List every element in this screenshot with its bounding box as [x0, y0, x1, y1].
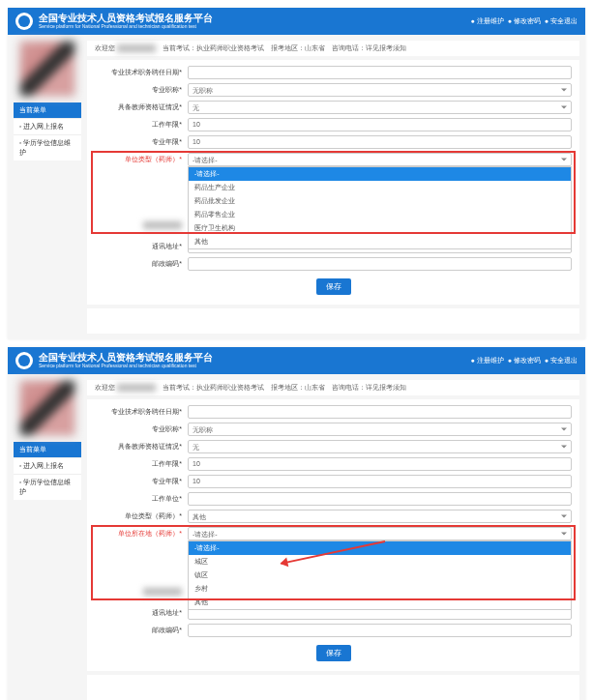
- form-panel-2: 专业技术职务聘任日期* 专业职称* 无职称 具备教师资格证情况* 无 工作年限*…: [87, 399, 579, 671]
- row-major-years: 专业年限* 10: [95, 135, 572, 149]
- link-profile-2[interactable]: ● 注册维护: [470, 356, 503, 365]
- link-password[interactable]: ● 修改密码: [508, 16, 541, 26]
- avatar-2: [19, 380, 75, 436]
- app-window-2: 全国专业技术人员资格考试报名服务平台 Service platform for …: [8, 347, 585, 700]
- sidebar-heading: 当前菜单: [14, 102, 81, 118]
- input-zipcode-2[interactable]: [188, 624, 572, 637]
- sidebar-menu-2: 当前菜单 ◦ 进入网上报名 ◦ 学历学位信息维护: [14, 442, 81, 500]
- footer-stripe-2: [87, 675, 579, 700]
- footer-stripe: [87, 308, 579, 334]
- save-button-2[interactable]: 保存: [316, 645, 351, 661]
- form-panel: 专业技术职务聘任日期* 专业职称* 无职称 具备教师资格证情况* 无 工作年限*…: [87, 60, 579, 305]
- input-work-years[interactable]: 10: [188, 118, 572, 131]
- app-title: 全国专业技术人员资格考试报名服务平台: [39, 14, 470, 23]
- input-zipcode[interactable]: [188, 257, 572, 271]
- header: 全国专业技术人员资格考试报名服务平台 Service platform for …: [8, 8, 585, 35]
- dropdown-unit-location: -请选择- 城区 镇区 乡村 其他: [188, 540, 572, 610]
- logo-icon: [15, 13, 33, 30]
- body: 当前菜单 ◦ 进入网上报名 ◦ 学历学位信息维护 欢迎您 当前考试：执业药师职业…: [8, 35, 585, 339]
- app-window-1: 全国专业技术人员资格考试报名服务平台 Service platform for …: [8, 8, 585, 339]
- dropdown-unit-type: -请选择- 药品生产企业 药品批发企业 药品零售企业 医疗卫生机构 其他: [188, 166, 572, 249]
- row-pro-title: 专业职称* 无职称: [95, 83, 572, 97]
- input-title-date-2[interactable]: [188, 405, 572, 419]
- opt-other[interactable]: 其他: [189, 235, 571, 248]
- breadcrumb: 欢迎您 当前考试：执业药师职业资格考试 报考地区：山东省 咨询电话：详见报考须知: [87, 41, 579, 56]
- sidebar: 当前菜单 ◦ 进入网上报名 ◦ 学历学位信息维护: [14, 41, 81, 160]
- sidebar-2: 当前菜单 ◦ 进入网上报名 ◦ 学历学位信息维护: [14, 380, 81, 500]
- main: 欢迎您 当前考试：执业药师职业资格考试 报考地区：山东省 咨询电话：详见报考须知…: [87, 41, 579, 334]
- save-button[interactable]: 保存: [316, 278, 351, 295]
- header-title-wrap: 全国专业技术人员资格考试报名服务平台 Service platform for …: [39, 14, 470, 29]
- logo-icon-2: [15, 352, 33, 369]
- select-pro-title[interactable]: 无职称: [188, 83, 572, 97]
- sidebar-item-signup-2[interactable]: ◦ 进入网上报名: [14, 457, 81, 474]
- opt-loc-town[interactable]: 镇区: [189, 569, 571, 582]
- select-unit-location[interactable]: -请选择-: [188, 527, 572, 540]
- header-2: 全国专业技术人员资格考试报名服务平台 Service platform for …: [8, 347, 585, 374]
- select-pro-title-2[interactable]: 无职称: [188, 423, 572, 436]
- select-teacher-cert[interactable]: 无: [188, 101, 572, 114]
- select-unit-type-2[interactable]: 其他: [188, 510, 572, 523]
- sidebar-item-edu[interactable]: ◦ 学历学位信息维护: [14, 134, 81, 160]
- header-links: ● 注册维护 ● 修改密码 ● 安全退出: [470, 16, 578, 26]
- input-work-years-2[interactable]: 10: [188, 457, 572, 471]
- avatar: [19, 41, 75, 97]
- row-title-date: 专业技术职务聘任日期*: [95, 66, 572, 79]
- opt-please-select[interactable]: -请选择-: [189, 167, 571, 181]
- opt-loc-city[interactable]: 城区: [189, 555, 571, 569]
- breadcrumb-2: 欢迎您 当前考试：执业药师职业资格考试 报考地区：山东省 咨询电话：详见报考须知: [87, 380, 579, 395]
- select-teacher-cert-2[interactable]: 无: [188, 440, 572, 453]
- link-password-2[interactable]: ● 修改密码: [508, 356, 541, 365]
- select-unit-type[interactable]: -请选择-: [188, 153, 572, 166]
- opt-wholesale[interactable]: 药品批发企业: [189, 194, 571, 208]
- link-logout[interactable]: ● 安全退出: [545, 16, 578, 26]
- row-work-years: 工作年限* 10: [95, 118, 572, 131]
- input-title-date[interactable]: [188, 66, 572, 79]
- sidebar-item-signup[interactable]: ◦ 进入网上报名: [14, 118, 81, 134]
- opt-produce[interactable]: 药品生产企业: [189, 181, 571, 194]
- input-major-years-2[interactable]: 10: [188, 475, 572, 488]
- input-work-unit-2[interactable]: [188, 492, 572, 506]
- row-unit-location: 单位所在地（药师）* -请选择- -请选择- 城区 镇区 乡村 其他: [95, 527, 572, 540]
- link-logout-2[interactable]: ● 安全退出: [545, 356, 578, 365]
- row-zipcode: 邮政编码*: [95, 257, 572, 271]
- app-subtitle: Service platform for National Profession…: [39, 23, 470, 29]
- opt-loc-village[interactable]: 乡村: [189, 582, 571, 596]
- row-unit-type: 单位类型（药师）* -请选择- -请选择- 药品生产企业 药品批发企业 药品零售…: [95, 153, 572, 166]
- sidebar-item-edu-2[interactable]: ◦ 学历学位信息维护: [14, 474, 81, 500]
- opt-retail[interactable]: 药品零售企业: [189, 208, 571, 221]
- link-profile[interactable]: ● 注册维护: [470, 16, 503, 26]
- sidebar-menu: 当前菜单 ◦ 进入网上报名 ◦ 学历学位信息维护: [14, 102, 81, 160]
- input-major-years[interactable]: 10: [188, 135, 572, 149]
- row-teacher-cert: 具备教师资格证情况* 无: [95, 101, 572, 114]
- opt-loc-other[interactable]: 其他: [189, 596, 571, 609]
- opt-medical[interactable]: 医疗卫生机构: [189, 221, 571, 235]
